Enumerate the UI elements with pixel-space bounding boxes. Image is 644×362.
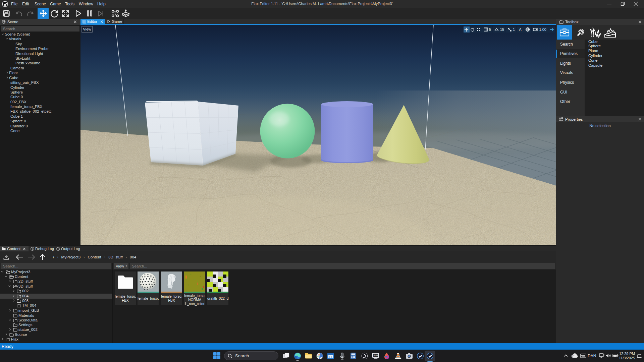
svg-text:SVG: SVG [373,354,378,357]
